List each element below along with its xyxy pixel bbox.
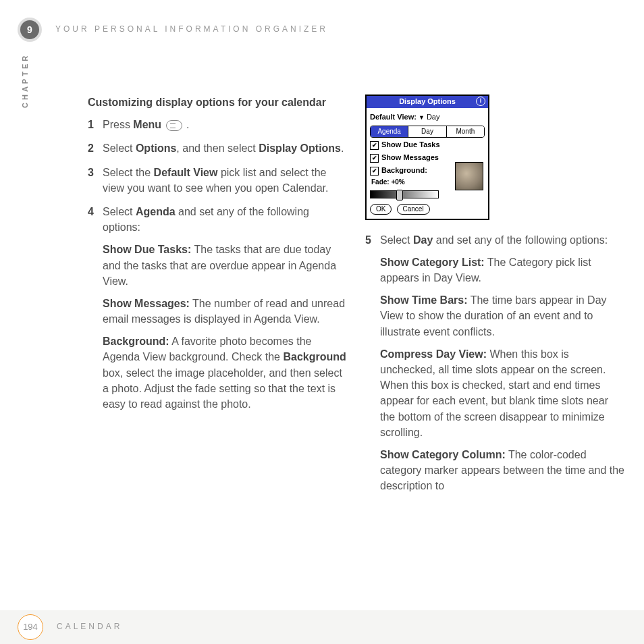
step-1: 1 Press Menu .	[88, 117, 348, 132]
option-label: Compress Day View:	[380, 348, 487, 360]
header-title: YOUR PERSONAL INFORMATION ORGANIZER	[55, 24, 328, 35]
chapter-number-badge: 9	[20, 20, 39, 39]
chevron-down-icon: ▼	[419, 113, 425, 122]
fade-label: Fade:	[371, 178, 390, 186]
option-text: When this box is unchecked, all time slo…	[380, 348, 608, 438]
step-5: 5 Select Day and set any of the followin…	[365, 232, 625, 494]
option-label: Background:	[103, 336, 169, 347]
fade-slider[interactable]	[370, 190, 439, 198]
option-show-category-list: Show Category List: The Category pick li…	[380, 254, 625, 286]
chapter-vertical-label: CHAPTER	[20, 53, 31, 108]
option-bold: Background	[283, 351, 346, 363]
step-text: Select	[103, 206, 136, 217]
tab-agenda[interactable]: Agenda	[371, 126, 408, 138]
option-label: Show Category List:	[380, 257, 485, 268]
checkbox-label: Show Messages	[381, 153, 439, 163]
ok-button[interactable]: OK	[370, 204, 392, 215]
background-image-placeholder[interactable]	[455, 162, 483, 190]
footer-label: CALENDAR	[57, 621, 122, 633]
step-text: , and then select	[176, 142, 259, 154]
step-4: 4 Select Agenda and set any of the follo…	[88, 204, 348, 412]
fade-value: +0%	[391, 178, 404, 186]
step-bold: Display Options	[259, 142, 341, 154]
option-background: Background: A favorite photo becomes the…	[103, 333, 348, 412]
step-number: 1	[88, 117, 103, 132]
step-bold: Day	[413, 234, 433, 246]
step-text: .	[341, 142, 344, 154]
checkbox-label: Background:	[381, 165, 427, 176]
checkbox-icon: ✔	[370, 141, 379, 150]
page-number: 194	[18, 614, 43, 640]
slider-thumb[interactable]	[396, 190, 403, 200]
option-show-messages: Show Messages: The number of read and un…	[103, 296, 348, 327]
step-text: Select	[380, 234, 413, 246]
checkbox-icon: ✔	[370, 167, 379, 176]
cancel-button[interactable]: Cancel	[397, 204, 430, 215]
view-tabs: Agenda Day Month	[370, 126, 485, 138]
step-number: 3	[88, 165, 103, 196]
checkbox-icon: ✔	[370, 154, 379, 163]
step-bold: Agenda	[136, 206, 176, 217]
step-3: 3 Select the Default View pick list and …	[88, 165, 348, 196]
option-compress-day-view: Compress Day View: When this box is unch…	[380, 346, 625, 440]
step-2: 2 Select Options, and then select Displa…	[88, 140, 348, 156]
page-footer: 194 CALENDAR	[0, 610, 644, 644]
option-show-time-bars: Show Time Bars: The time bars appear in …	[380, 292, 625, 340]
left-column: Customizing display options for your cal…	[88, 95, 348, 502]
info-icon: i	[476, 97, 485, 106]
default-view-value: Day	[427, 113, 440, 121]
option-label: Show Messages:	[103, 298, 190, 309]
step-bold: Menu	[133, 119, 161, 130]
tab-day[interactable]: Day	[408, 126, 446, 138]
right-column: Display Options i Default View: ▼ Day Ag…	[365, 95, 625, 502]
page-header: 9 YOUR PERSONAL INFORMATION ORGANIZER	[20, 20, 328, 39]
step-text: Press	[103, 119, 133, 130]
checkbox-show-due-tasks[interactable]: ✔Show Due Tasks	[370, 140, 485, 151]
option-label: Show Category Column:	[380, 449, 506, 460]
step-number: 4	[88, 204, 103, 412]
step-bold: Options	[136, 142, 176, 154]
default-view-label: Default View:	[370, 113, 417, 121]
step-text: Select the	[103, 167, 154, 178]
option-show-due-tasks: Show Due Tasks: The tasks that are due t…	[103, 242, 348, 289]
step-number: 5	[365, 232, 380, 494]
step-text: and set any of the following options:	[433, 234, 608, 246]
step-bold: Default View	[154, 167, 218, 178]
step-text: Select	[103, 142, 136, 154]
default-view-row: Default View: ▼ Day	[370, 112, 485, 123]
option-text: box, select the image placeholder, and t…	[103, 367, 342, 410]
checkbox-label: Show Due Tasks	[381, 140, 440, 151]
tab-month[interactable]: Month	[447, 126, 484, 138]
content-area: Customizing display options for your cal…	[88, 95, 628, 502]
display-options-screenshot: Display Options i Default View: ▼ Day Ag…	[365, 95, 489, 220]
option-show-category-column: Show Category Column: The color-coded ca…	[380, 447, 625, 494]
section-title: Customizing display options for your cal…	[88, 95, 348, 110]
menu-icon	[166, 120, 182, 131]
step-suffix: .	[184, 119, 190, 130]
panel-title-text: Display Options	[399, 97, 456, 105]
step-number: 2	[88, 140, 103, 156]
panel-title-bar: Display Options i	[367, 96, 488, 108]
option-label: Show Time Bars:	[380, 294, 468, 306]
option-label: Show Due Tasks:	[103, 244, 191, 255]
